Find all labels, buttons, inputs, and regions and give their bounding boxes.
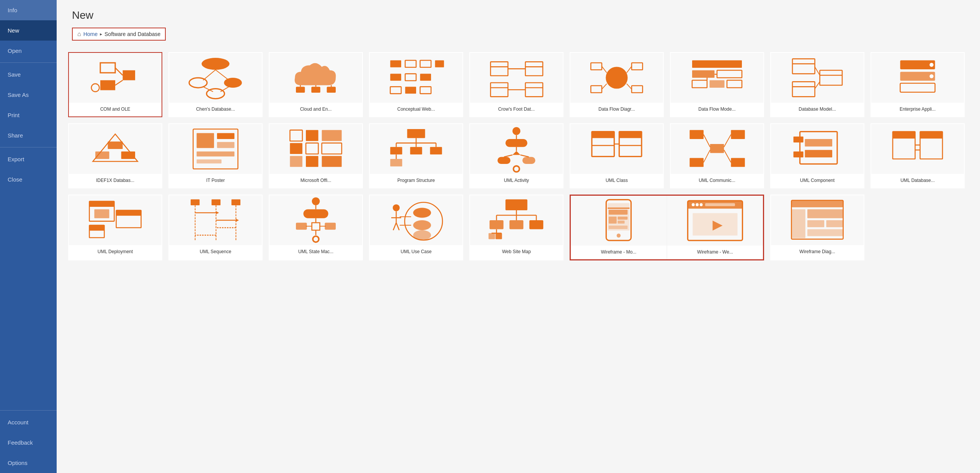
svg-rect-52 <box>692 80 707 88</box>
svg-rect-76 <box>217 142 235 148</box>
sidebar-item-close[interactable]: Close <box>0 169 57 190</box>
svg-rect-74 <box>197 133 214 148</box>
svg-rect-149 <box>89 225 104 230</box>
svg-line-126 <box>724 150 731 163</box>
sidebar-item-save[interactable]: Save <box>0 64 57 85</box>
svg-rect-14 <box>296 87 305 93</box>
sidebar-item-feedback[interactable]: Feedback <box>0 432 57 453</box>
template-label-wf-diag: Wireframe Diag... <box>798 245 836 259</box>
template-thumb-web-site <box>470 195 563 245</box>
template-chens-database[interactable]: Chen's Database... <box>168 52 263 117</box>
sidebar-item-share[interactable]: Share <box>0 125 57 146</box>
svg-rect-204 <box>609 226 627 229</box>
svg-rect-215 <box>791 200 843 207</box>
sidebar-item-info[interactable]: Info <box>0 0 57 20</box>
template-label-ms-offi: Microsoft Offi... <box>299 174 333 188</box>
template-program-structure[interactable]: Program Structure <box>369 123 463 188</box>
sidebar-item-options[interactable]: Options <box>0 453 57 473</box>
template-label-conceptual: Conceptual Web... <box>396 103 437 116</box>
svg-rect-196 <box>495 233 502 239</box>
template-thumb-ms-offi <box>270 124 362 174</box>
template-wireframe-we[interactable]: Wireframe - We... <box>667 196 763 259</box>
svg-rect-53 <box>710 80 725 88</box>
sidebar-divider-2 <box>0 147 57 147</box>
template-database-model[interactable]: Database Model... <box>770 52 864 117</box>
template-com-ole[interactable]: COM and OLE <box>68 52 162 117</box>
svg-rect-54 <box>727 80 742 88</box>
template-wireframe-diag[interactable]: Wireframe Diag... <box>770 195 864 260</box>
template-label-uml-comm: UML Communic... <box>697 174 737 188</box>
svg-point-172 <box>313 236 319 242</box>
template-uml-use-case[interactable]: UML Use Case <box>369 195 463 260</box>
template-thumb-db-model <box>771 53 864 103</box>
template-uml-activity[interactable]: UML Activity <box>469 123 564 188</box>
svg-rect-26 <box>420 74 431 81</box>
svg-rect-28 <box>405 87 416 93</box>
template-web-site-map[interactable]: Web Site Map <box>469 195 564 260</box>
svg-line-13 <box>220 87 229 92</box>
svg-line-45 <box>602 66 607 73</box>
svg-rect-22 <box>420 61 431 67</box>
svg-point-174 <box>413 208 431 218</box>
svg-rect-15 <box>311 87 320 93</box>
svg-rect-67 <box>900 83 935 92</box>
sidebar-item-account[interactable]: Account <box>0 412 57 432</box>
sidebar-item-new[interactable]: New <box>0 20 57 41</box>
template-uml-deployment[interactable]: UML Deployment <box>68 195 162 260</box>
svg-rect-2 <box>123 70 136 80</box>
svg-rect-50 <box>692 70 715 78</box>
template-enterprise-app[interactable]: Enterprise Appli... <box>871 52 965 117</box>
svg-rect-106 <box>498 157 511 164</box>
template-data-flow-diag[interactable]: Data Flow Diagr... <box>570 52 664 117</box>
svg-rect-130 <box>805 139 833 147</box>
template-wireframe-mo[interactable]: Wireframe - Mo... <box>571 196 666 259</box>
template-ms-offi[interactable]: Microsoft Offi... <box>269 123 363 188</box>
template-thumb-prog-struct <box>370 124 462 174</box>
svg-line-63 <box>815 67 820 75</box>
svg-rect-42 <box>632 63 643 70</box>
sidebar-item-export[interactable]: Export <box>0 149 57 169</box>
svg-rect-151 <box>212 199 220 205</box>
template-crows-foot[interactable]: Crow's Foot Dat... <box>469 52 564 117</box>
template-data-flow-mod[interactable]: Data Flow Mode... <box>670 52 764 117</box>
sidebar-divider-3 <box>0 410 57 411</box>
breadcrumb-home-link[interactable]: Home <box>83 31 98 37</box>
template-idef1x[interactable]: IDEF1X Databas... <box>68 123 162 188</box>
templates-content-area[interactable]: COM and OLE Chen's Databas <box>57 44 980 473</box>
template-uml-state-mac[interactable]: UML State Mac... <box>269 195 363 260</box>
svg-rect-88 <box>407 129 425 138</box>
svg-rect-152 <box>232 199 240 205</box>
template-it-poster[interactable]: IT Poster <box>168 123 263 188</box>
template-uml-communic[interactable]: UML Communic... <box>670 123 764 188</box>
sidebar-item-print[interactable]: Print <box>0 105 57 125</box>
svg-rect-120 <box>690 158 704 167</box>
breadcrumb-current: Software and Database <box>105 31 160 37</box>
svg-point-5 <box>91 84 100 92</box>
template-thumb-it-poster <box>169 124 262 174</box>
template-conceptual-web[interactable]: Conceptual Web... <box>369 52 463 117</box>
svg-point-176 <box>413 230 431 240</box>
svg-rect-84 <box>306 156 318 167</box>
template-uml-class[interactable]: UML Class <box>570 123 664 188</box>
template-uml-database[interactable]: UML Database... <box>871 123 965 188</box>
svg-point-162 <box>312 197 320 205</box>
sidebar-item-open[interactable]: Open <box>0 41 57 61</box>
svg-rect-41 <box>591 63 602 70</box>
svg-rect-77 <box>197 152 235 157</box>
svg-point-108 <box>513 166 519 172</box>
template-uml-component[interactable]: UML Component <box>770 123 864 188</box>
template-label-it-poster: IT Poster <box>205 174 226 188</box>
svg-rect-201 <box>609 217 617 224</box>
template-thumb-uml-comp <box>771 124 864 174</box>
svg-point-209 <box>696 203 699 206</box>
template-uml-sequence[interactable]: UML Sequence <box>168 195 263 260</box>
svg-rect-119 <box>731 130 745 139</box>
svg-rect-75 <box>217 133 235 139</box>
sidebar-item-save-as[interactable]: Save As <box>0 85 57 105</box>
svg-line-46 <box>627 66 632 73</box>
svg-rect-142 <box>89 201 114 206</box>
svg-rect-117 <box>619 132 642 138</box>
template-cloud-en[interactable]: Cloud and En... <box>269 52 363 117</box>
svg-point-210 <box>700 203 703 206</box>
template-label-wf-we: Wireframe - We... <box>696 246 735 259</box>
